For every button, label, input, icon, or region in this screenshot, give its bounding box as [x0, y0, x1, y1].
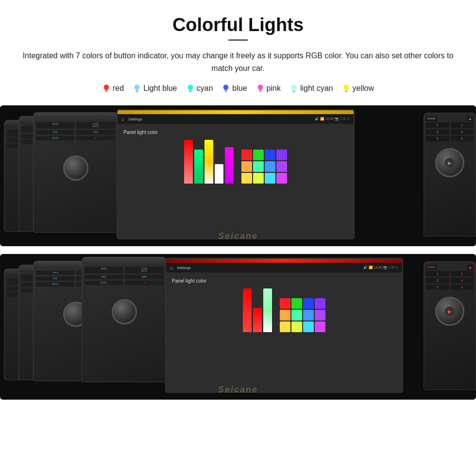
color-legend-item-cyan: cyan [186, 83, 213, 94]
svg-rect-7 [136, 91, 138, 91]
svg-rect-18 [225, 92, 227, 92]
svg-point-34 [343, 84, 349, 90]
color-legend-item-light-cyan: light cyan [289, 83, 333, 94]
svg-rect-8 [136, 92, 138, 92]
svg-rect-13 [189, 92, 191, 92]
svg-point-24 [257, 84, 263, 90]
color-legend: red Light blue cyan blue pink [0, 83, 476, 94]
svg-rect-22 [259, 91, 261, 91]
svg-point-19 [223, 84, 229, 90]
svg-rect-23 [259, 92, 261, 92]
svg-rect-32 [345, 91, 347, 91]
svg-point-9 [135, 84, 140, 90]
car-unit-image-1: MENU LOUDBACK DISC NAVI MODE ↩ MENU LOUD… [0, 105, 476, 246]
car-unit-image-2: MENU LOUDBACK DISC NAVI MODE ↩ MENU LOUD… [0, 254, 476, 400]
svg-rect-12 [189, 91, 191, 91]
svg-rect-2 [105, 91, 107, 91]
svg-point-29 [291, 84, 297, 90]
color-legend-item-red: red [102, 83, 124, 94]
svg-point-14 [187, 84, 193, 90]
svg-rect-33 [345, 92, 347, 92]
svg-rect-17 [225, 91, 227, 91]
page-title: Colorful Lights [0, 0, 476, 39]
title-divider [228, 39, 248, 41]
svg-rect-28 [293, 92, 295, 92]
svg-rect-3 [105, 92, 108, 92]
color-legend-item-Light-blue: Light blue [133, 83, 177, 94]
svg-rect-27 [292, 91, 295, 91]
color-legend-item-yellow: yellow [342, 83, 374, 94]
svg-point-4 [104, 84, 109, 90]
color-legend-item-pink: pink [256, 83, 281, 94]
color-legend-item-blue: blue [221, 83, 247, 94]
description: Integrated with 7 colors of button indic… [0, 50, 476, 74]
